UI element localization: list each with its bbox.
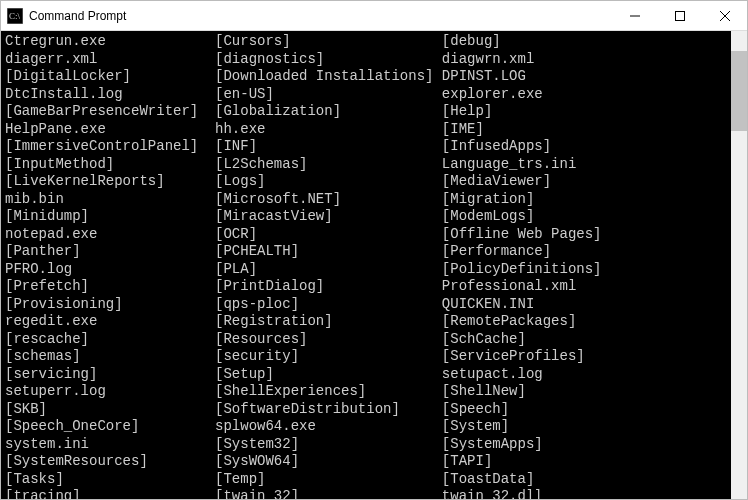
vertical-scrollbar[interactable] <box>731 31 747 499</box>
window-title: Command Prompt <box>29 9 612 23</box>
cmd-icon: C:\ <box>7 8 23 24</box>
console-area: Ctregrun.exe [Cursors] [debug] diagerr.x… <box>1 31 747 499</box>
scrollbar-thumb[interactable] <box>731 51 747 131</box>
svg-text:C:\: C:\ <box>9 11 21 21</box>
maximize-button[interactable] <box>657 1 702 30</box>
minimize-button[interactable] <box>612 1 657 30</box>
window-controls <box>612 1 747 30</box>
close-button[interactable] <box>702 1 747 30</box>
window-frame: C:\ Command Prompt Ctregrun.exe [Cursors… <box>0 0 748 500</box>
console-output[interactable]: Ctregrun.exe [Cursors] [debug] diagerr.x… <box>1 31 731 499</box>
svg-rect-4 <box>675 11 684 20</box>
titlebar[interactable]: C:\ Command Prompt <box>1 1 747 31</box>
